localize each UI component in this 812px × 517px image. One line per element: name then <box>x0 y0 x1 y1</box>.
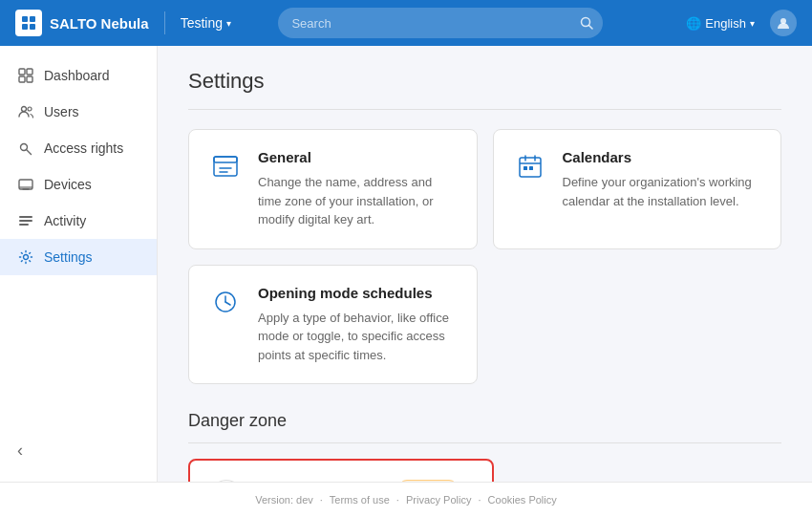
version-text: Version: dev <box>255 494 313 506</box>
cookies-policy-link[interactable]: Cookies Policy <box>488 494 557 506</box>
sidebar: Dashboard Users Access rights <box>0 46 158 482</box>
svg-rect-17 <box>19 216 32 218</box>
sidebar-label-activity: Activity <box>44 213 86 228</box>
svg-rect-19 <box>19 224 29 226</box>
sidebar-item-devices[interactable]: Devices <box>0 166 157 203</box>
brand-logo: SALTO Nebula <box>15 10 149 36</box>
chevron-down-icon: ▾ <box>750 18 755 29</box>
grid-icon <box>17 67 34 84</box>
transfer-ownership-card[interactable]: Transfer ownership Pending Transfer the … <box>188 459 494 482</box>
danger-zone-title: Danger zone <box>188 411 781 431</box>
header-divider <box>164 11 165 34</box>
svg-rect-1 <box>30 16 35 22</box>
collapse-icon: ‹ <box>17 441 23 461</box>
svg-rect-18 <box>19 220 32 222</box>
general-card-desc: Change the name, address and time zone o… <box>258 173 458 229</box>
svg-rect-9 <box>19 76 25 82</box>
general-card-title: General <box>258 149 458 165</box>
user-avatar[interactable] <box>770 10 797 36</box>
page-layout: Dashboard Users Access rights <box>0 46 812 482</box>
svg-rect-2 <box>22 24 28 30</box>
search-bar[interactable] <box>278 8 603 38</box>
svg-rect-21 <box>214 157 237 176</box>
sidebar-label-users: Users <box>44 104 79 119</box>
clock-icon <box>208 285 243 319</box>
sidebar-label-dashboard: Dashboard <box>44 68 110 83</box>
sidebar-label-devices: Devices <box>44 177 92 192</box>
footer-sep-2: · <box>396 494 399 506</box>
gear-icon <box>17 248 34 266</box>
key-icon <box>17 140 34 157</box>
activity-icon <box>17 212 34 229</box>
collapse-sidebar-button[interactable]: ‹ <box>0 421 157 470</box>
svg-rect-22 <box>214 157 237 162</box>
logo-icon <box>15 10 42 36</box>
general-icon <box>208 149 243 183</box>
sidebar-item-access-rights[interactable]: Access rights <box>0 130 157 166</box>
search-input[interactable] <box>278 8 603 38</box>
calendars-card-desc: Define your organization's working calen… <box>563 173 762 210</box>
page-footer: Version: dev · Terms of use · Privacy Po… <box>0 482 812 517</box>
main-content: Settings General Change the name, addres… <box>158 46 812 482</box>
svg-line-33 <box>225 302 230 305</box>
svg-line-5 <box>589 26 593 30</box>
footer-sep-1: · <box>320 494 323 506</box>
workspace-selector[interactable]: Testing ▾ <box>181 15 231 31</box>
brand-name: SALTO Nebula <box>50 15 149 32</box>
header-right: 🌐 English ▾ <box>686 10 797 36</box>
svg-rect-0 <box>22 16 28 22</box>
svg-point-11 <box>22 107 27 112</box>
page-title: Settings <box>188 69 781 94</box>
svg-rect-3 <box>30 24 35 30</box>
danger-divider <box>188 442 781 443</box>
calendars-card-body: Calendars Define your organization's wor… <box>563 149 762 210</box>
settings-cards-grid: General Change the name, address and tim… <box>188 129 781 384</box>
calendars-card-title: Calendars <box>563 149 762 165</box>
svg-rect-30 <box>529 166 533 170</box>
svg-rect-10 <box>27 76 32 82</box>
sidebar-item-activity[interactable]: Activity <box>0 203 157 239</box>
danger-zone-section: Danger zone Transfer ownership Pending T… <box>188 411 781 482</box>
globe-icon: 🌐 <box>686 16 701 31</box>
sidebar-label-settings: Settings <box>44 249 93 265</box>
chevron-down-icon: ▾ <box>226 18 231 29</box>
language-label: English <box>705 16 746 31</box>
svg-rect-7 <box>19 69 25 75</box>
sidebar-item-users[interactable]: Users <box>0 94 157 130</box>
opening-mode-card-title: Opening mode schedules <box>258 285 458 301</box>
svg-rect-29 <box>524 166 527 170</box>
title-divider <box>188 109 781 110</box>
opening-mode-card-body: Opening mode schedules Apply a type of b… <box>258 285 458 365</box>
svg-rect-8 <box>27 69 32 75</box>
users-icon <box>17 103 34 120</box>
search-icon <box>580 16 593 30</box>
language-selector[interactable]: 🌐 English ▾ <box>686 16 755 31</box>
privacy-policy-link[interactable]: Privacy Policy <box>406 494 471 506</box>
general-card-body: General Change the name, address and tim… <box>258 149 458 229</box>
settings-card-general[interactable]: General Change the name, address and tim… <box>188 129 478 249</box>
footer-sep-3: · <box>478 494 481 506</box>
settings-card-calendars[interactable]: Calendars Define your organization's wor… <box>493 129 782 249</box>
devices-icon <box>17 176 34 193</box>
terms-of-use-link[interactable]: Terms of use <box>330 494 390 506</box>
workspace-name: Testing <box>181 15 223 31</box>
svg-point-20 <box>24 255 29 260</box>
sidebar-label-access-rights: Access rights <box>44 140 123 156</box>
svg-point-12 <box>28 107 32 111</box>
calendars-icon <box>513 149 547 183</box>
sidebar-item-settings[interactable]: Settings <box>0 239 157 275</box>
opening-mode-card-desc: Apply a type of behavior, like office mo… <box>258 309 458 365</box>
app-header: SALTO Nebula Testing ▾ 🌐 English ▾ <box>0 0 812 46</box>
sidebar-item-dashboard[interactable]: Dashboard <box>0 57 157 94</box>
settings-card-opening-mode[interactable]: Opening mode schedules Apply a type of b… <box>188 265 478 385</box>
